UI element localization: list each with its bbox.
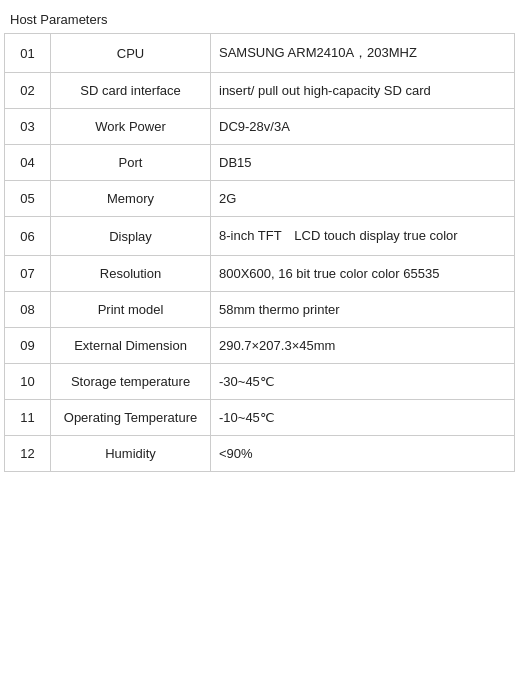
page-container: Host Parameters 01CPUSAMSUNG ARM2410A，20… (0, 0, 519, 480)
table-row: 04PortDB15 (5, 145, 515, 181)
row-number: 11 (5, 400, 51, 436)
table-row: 06Display8-inch TFT LCD touch display tr… (5, 217, 515, 256)
table-row: 02SD card interfaceinsert/ pull out high… (5, 73, 515, 109)
row-value: -10~45℃ (211, 400, 515, 436)
row-value: 58mm thermo printer (211, 292, 515, 328)
row-label: Work Power (51, 109, 211, 145)
row-value: insert/ pull out high-capacity SD card (211, 73, 515, 109)
row-number: 12 (5, 436, 51, 472)
row-value: 2G (211, 181, 515, 217)
row-value: <90% (211, 436, 515, 472)
table-row: 08Print model58mm thermo printer (5, 292, 515, 328)
row-value: DB15 (211, 145, 515, 181)
table-row: 05Memory2G (5, 181, 515, 217)
row-number: 09 (5, 328, 51, 364)
row-number: 06 (5, 217, 51, 256)
table-row: 09External Dimension290.7×207.3×45mm (5, 328, 515, 364)
row-number: 08 (5, 292, 51, 328)
table-row: 03Work PowerDC9-28v/3A (5, 109, 515, 145)
row-number: 05 (5, 181, 51, 217)
table-row: 10Storage temperature-30~45℃ (5, 364, 515, 400)
row-label: CPU (51, 34, 211, 73)
row-number: 03 (5, 109, 51, 145)
row-number: 07 (5, 256, 51, 292)
row-label: Print model (51, 292, 211, 328)
row-value: 8-inch TFT LCD touch display true color (211, 217, 515, 256)
row-value: SAMSUNG ARM2410A，203MHZ (211, 34, 515, 73)
params-table: 01CPUSAMSUNG ARM2410A，203MHZ02SD card in… (4, 33, 515, 472)
row-label: Humidity (51, 436, 211, 472)
row-label: Port (51, 145, 211, 181)
table-row: 07Resolution800X600, 16 bit true color c… (5, 256, 515, 292)
row-value: -30~45℃ (211, 364, 515, 400)
row-label: Display (51, 217, 211, 256)
row-number: 10 (5, 364, 51, 400)
row-label: External Dimension (51, 328, 211, 364)
table-row: 01CPUSAMSUNG ARM2410A，203MHZ (5, 34, 515, 73)
row-value: 800X600, 16 bit true color color 65535 (211, 256, 515, 292)
row-number: 02 (5, 73, 51, 109)
table-row: 12Humidity<90% (5, 436, 515, 472)
row-label: Memory (51, 181, 211, 217)
section-title: Host Parameters (4, 8, 515, 33)
row-value: DC9-28v/3A (211, 109, 515, 145)
row-label: Storage temperature (51, 364, 211, 400)
row-label: Operating Temperature (51, 400, 211, 436)
table-row: 11Operating Temperature-10~45℃ (5, 400, 515, 436)
row-value: 290.7×207.3×45mm (211, 328, 515, 364)
row-number: 01 (5, 34, 51, 73)
row-label: SD card interface (51, 73, 211, 109)
row-label: Resolution (51, 256, 211, 292)
row-number: 04 (5, 145, 51, 181)
